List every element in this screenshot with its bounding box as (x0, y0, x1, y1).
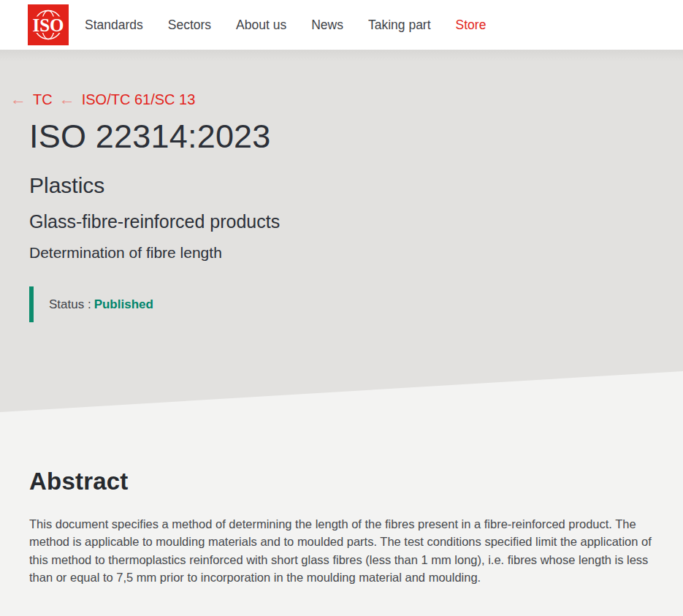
subtitle-determination: Determination of fibre length (29, 243, 654, 262)
breadcrumb: ← TC ← ISO/TC 61/SC 13 (10, 91, 654, 108)
breadcrumb-tc-label: TC (33, 91, 53, 108)
abstract-section: Abstract This document specifies a metho… (0, 412, 683, 586)
status-badge: Published (94, 297, 153, 311)
hero-section: ← TC ← ISO/TC 61/SC 13 ISO 22314:2023 Pl… (0, 50, 683, 412)
status-block: Status :Published (29, 286, 654, 322)
breadcrumb-subcommittee-link[interactable]: ← ISO/TC 61/SC 13 (59, 91, 196, 108)
back-arrow-icon: ← (10, 92, 26, 107)
breadcrumb-subcommittee-label: ISO/TC 61/SC 13 (82, 91, 196, 108)
nav-item-store[interactable]: Store (456, 18, 487, 33)
abstract-text: This document specifies a method of dete… (29, 515, 654, 586)
back-arrow-icon: ← (59, 92, 75, 107)
breadcrumb-tc-link[interactable]: ← TC (10, 91, 53, 108)
subtitle-products: Glass-fibre-reinforced products (29, 210, 654, 232)
nav-item-about-us[interactable]: About us (236, 18, 286, 33)
nav-item-taking-part[interactable]: Taking part (368, 18, 431, 33)
nav-item-news[interactable]: News (311, 18, 343, 33)
abstract-heading: Abstract (29, 466, 654, 497)
svg-text:ISO: ISO (32, 15, 64, 35)
nav-item-sectors[interactable]: Sectors (168, 18, 211, 33)
subtitle-plastics: Plastics (29, 172, 654, 199)
main-nav: Standards Sectors About us News Taking p… (85, 18, 486, 33)
nav-item-standards[interactable]: Standards (85, 18, 143, 33)
page-title: ISO 22314:2023 (29, 117, 654, 156)
top-nav: ISO Standards Sectors About us News Taki… (0, 0, 683, 50)
iso-logo[interactable]: ISO (28, 4, 69, 45)
status-label: Status : (49, 297, 91, 311)
iso-globe-icon: ISO (28, 4, 69, 45)
